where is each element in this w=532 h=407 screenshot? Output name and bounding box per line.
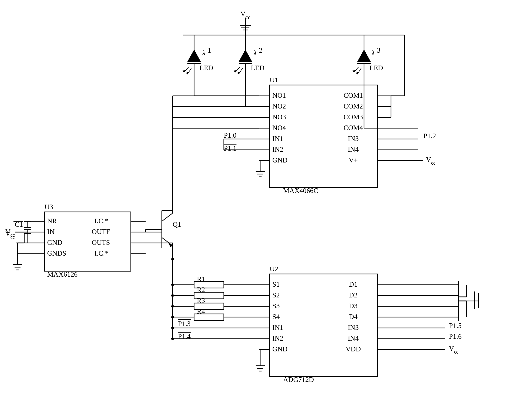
lambda3-subscript: 3 — [377, 46, 380, 54]
u1-com4: COM4 — [344, 124, 363, 132]
p12-label: P1.2 — [423, 132, 436, 140]
u2-in1: IN1 — [272, 324, 283, 331]
u1-in2: IN2 — [272, 145, 283, 153]
svg-line-61 — [162, 213, 173, 221]
svg-point-131 — [171, 305, 174, 308]
u2-vcc-label: Vcc — [449, 345, 458, 355]
u1-in4: IN4 — [348, 145, 359, 153]
u1-gnd: GND — [272, 156, 287, 164]
p14-label: P1.4 — [178, 333, 191, 340]
p13-label: P1.3 — [178, 320, 191, 328]
lambda3-label: λ — [371, 49, 375, 57]
u1-com2: COM2 — [344, 102, 363, 110]
led3-label: LED — [369, 64, 383, 72]
u2-in2: IN2 — [272, 334, 283, 342]
led2-label: LED — [251, 64, 265, 72]
u1-name: MAX4066C — [283, 187, 318, 195]
u2-s1: S1 — [272, 280, 280, 288]
u1-in1: IN1 — [272, 135, 283, 143]
u3-in: IN — [47, 228, 55, 236]
u2-name: ADG712D — [283, 376, 314, 384]
svg-line-11 — [187, 68, 191, 74]
svg-marker-15 — [239, 50, 252, 62]
led1-label: LED — [200, 64, 213, 72]
u2-s4: S4 — [272, 313, 280, 321]
u2-d1: D1 — [349, 280, 358, 288]
svg-marker-23 — [357, 50, 371, 62]
u1-com1: COM1 — [344, 91, 363, 99]
u2-s3: S3 — [272, 302, 280, 310]
u3-ic1: I.C.* — [94, 217, 108, 225]
u1-vplus: V+ — [349, 156, 358, 164]
u1-com3: COM3 — [344, 113, 363, 121]
u2-d3: D3 — [349, 302, 358, 310]
svg-point-130 — [171, 294, 174, 297]
u2-d4: D4 — [349, 313, 358, 321]
svg-point-129 — [171, 283, 174, 286]
u2-in4: IN4 — [348, 334, 359, 342]
u2-label: U2 — [270, 265, 278, 273]
svg-line-18 — [235, 67, 240, 72]
u2-gnd: GND — [272, 345, 287, 353]
lambda1-subscript: 1 — [208, 46, 211, 54]
lambda2-subscript: 2 — [259, 46, 262, 54]
p16-label: P1.6 — [449, 333, 462, 340]
u1-vcc-label: Vcc — [426, 156, 435, 166]
u3-outf: OUTF — [92, 228, 110, 236]
svg-line-19 — [239, 68, 243, 74]
u2-in3: IN3 — [348, 324, 359, 331]
u1-in3: IN3 — [348, 135, 359, 143]
u1-no4: NO4 — [272, 124, 286, 132]
p15-label: P1.5 — [449, 322, 462, 330]
u2-s2: S2 — [272, 291, 280, 299]
p11-label: P1.1 — [224, 144, 236, 152]
lambda2-label: λ — [253, 49, 256, 57]
u3-nr: NR — [47, 217, 57, 225]
u1-no3: NO3 — [272, 113, 286, 121]
u1-no2: NO2 — [272, 102, 286, 110]
u2-box — [270, 274, 377, 377]
u3-label: U3 — [44, 203, 53, 211]
u3-name: MAX6126 — [47, 270, 78, 278]
u2-d2: D2 — [349, 291, 358, 299]
svg-line-10 — [184, 67, 189, 72]
u2-vdd: VDD — [346, 345, 361, 353]
u3-outs: OUTS — [92, 239, 110, 246]
u1-box — [270, 85, 377, 188]
svg-marker-7 — [187, 50, 201, 62]
svg-line-27 — [357, 68, 361, 74]
u1-no1: NO1 — [272, 91, 286, 99]
u3-gnd: GND — [47, 239, 62, 246]
u1-label: U1 — [270, 76, 278, 84]
svg-line-26 — [354, 67, 359, 72]
u3-gnds: GNDS — [47, 249, 66, 257]
lambda1-label: λ — [202, 49, 205, 57]
q1-label: Q1 — [173, 221, 181, 228]
u3-ic2: I.C.* — [94, 249, 108, 257]
p10-label: P1.0 — [224, 131, 236, 139]
schematic-diagram: Vcc λ 1 LED λ 2 LED λ 3 LED U1 NO1 NO2 N… — [0, 0, 532, 407]
